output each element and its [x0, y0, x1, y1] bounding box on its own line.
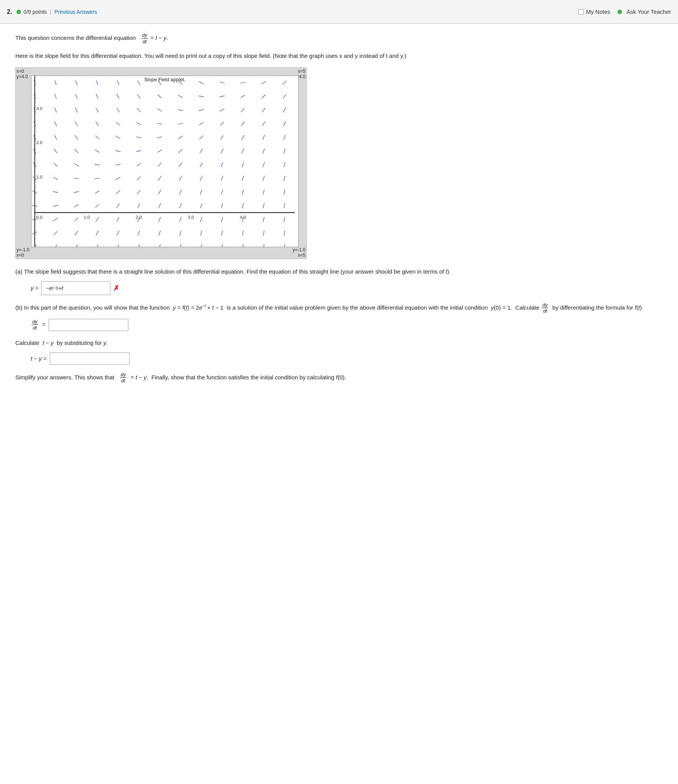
- svg-line-141: [242, 231, 243, 236]
- svg-line-38: [74, 218, 78, 221]
- svg-line-144: [242, 190, 244, 195]
- simplify-fraction: dy dt: [120, 372, 127, 384]
- ask-teacher-button[interactable]: Ask Your Teacher: [617, 8, 671, 15]
- svg-line-155: [263, 217, 264, 222]
- svg-line-110: [178, 123, 183, 125]
- points-display: 0/9 points: [23, 9, 47, 15]
- part-a-description: The slope field suggests that there is a…: [24, 268, 451, 275]
- ask-teacher-label: Ask Your Teacher: [627, 8, 671, 15]
- svg-line-171: [284, 176, 285, 181]
- svg-line-72: [117, 108, 120, 112]
- svg-line-30: [54, 149, 57, 153]
- svg-text:3.0: 3.0: [36, 106, 43, 111]
- svg-line-26: [53, 205, 58, 207]
- svg-line-169: [284, 203, 285, 208]
- part-a-text: (a) The slope field suggests that there …: [15, 267, 663, 277]
- t-minus-y-input-row: t − y =: [31, 353, 663, 365]
- svg-line-71: [116, 122, 120, 126]
- svg-line-154: [263, 231, 264, 236]
- svg-line-108: [179, 149, 182, 153]
- svg-line-139: [220, 82, 225, 84]
- corner-bottom-right: y=-1.0 x=5: [292, 246, 306, 259]
- svg-line-94: [158, 163, 162, 167]
- svg-line-166: [284, 244, 285, 247]
- svg-line-35: [55, 80, 56, 85]
- svg-line-104: [179, 203, 181, 208]
- svg-line-65: [117, 204, 120, 208]
- svg-line-120: [200, 162, 203, 167]
- y-equals-label: y =: [31, 285, 38, 291]
- previous-answers-link[interactable]: Previous Answers: [54, 9, 97, 15]
- svg-line-81: [136, 164, 141, 166]
- svg-line-25: [53, 218, 58, 221]
- svg-line-41: [74, 178, 79, 179]
- svg-line-69: [115, 151, 120, 152]
- t-minus-y-input[interactable]: [50, 353, 130, 365]
- svg-line-73: [117, 94, 120, 99]
- svg-line-170: [284, 190, 285, 195]
- svg-line-151: [241, 95, 245, 98]
- svg-line-50: [96, 231, 98, 236]
- svg-line-83: [136, 137, 141, 138]
- svg-line-89: [159, 231, 160, 236]
- notes-checkbox-icon[interactable]: [578, 9, 584, 15]
- svg-line-97: [157, 123, 162, 125]
- svg-line-164: [262, 95, 266, 98]
- svg-line-84: [136, 123, 141, 125]
- svg-line-43: [74, 149, 78, 153]
- part-a-answer-content: −e(−t) + t: [41, 281, 110, 295]
- svg-line-159: [263, 162, 264, 167]
- svg-line-92: [158, 190, 161, 195]
- svg-line-115: [200, 231, 202, 236]
- svg-line-61: [96, 80, 98, 85]
- simplify-text: Simplify your answers. This shows that d…: [15, 372, 663, 384]
- svg-line-91: [159, 203, 161, 208]
- svg-line-48: [76, 80, 77, 85]
- svg-line-152: [240, 82, 245, 84]
- svg-line-60: [96, 94, 98, 99]
- svg-line-137: [220, 109, 224, 112]
- svg-line-145: [242, 176, 243, 181]
- svg-line-147: [242, 149, 244, 153]
- svg-line-27: [53, 192, 58, 193]
- calculate-t-minus-y-label: Calculate t − y by substituting for y.: [15, 338, 663, 348]
- svg-line-34: [55, 94, 56, 99]
- svg-line-68: [115, 164, 120, 166]
- svg-line-93: [158, 176, 161, 180]
- svg-line-114: [200, 244, 202, 247]
- svg-line-131: [221, 190, 223, 195]
- corner-top-left: x=0 y=4.0: [16, 68, 29, 80]
- svg-line-56: [95, 150, 100, 153]
- status-dot: [16, 10, 21, 14]
- intro-text: This question concerns the differential …: [15, 34, 136, 41]
- svg-line-134: [221, 149, 223, 154]
- svg-line-85: [137, 108, 141, 112]
- svg-line-132: [221, 176, 223, 181]
- svg-line-52: [95, 204, 99, 208]
- svg-line-44: [75, 135, 78, 139]
- svg-line-46: [75, 108, 77, 112]
- dy-dt-fraction-b: dy dt: [542, 302, 548, 314]
- main-content: This question concerns the differential …: [0, 24, 678, 399]
- part-a-answer-row: y = −e(−t) + t ✗: [31, 281, 663, 295]
- svg-line-33: [55, 108, 57, 113]
- slope-field-graph: x=0 y=4.0 x=5 y=4.0 y=-1.0 x=0 y=-1.0 x=…: [15, 67, 307, 259]
- svg-line-96: [157, 137, 162, 138]
- dy-dt-input[interactable]: [49, 319, 128, 331]
- svg-line-161: [263, 135, 265, 140]
- svg-line-158: [263, 176, 264, 181]
- dy-dt-fraction: dy dt: [141, 32, 148, 44]
- part-b-description: In this part of the question, you will s…: [24, 304, 644, 311]
- svg-line-123: [199, 123, 204, 125]
- svg-line-82: [136, 151, 141, 152]
- svg-text:1.0: 1.0: [36, 174, 43, 179]
- svg-line-129: [222, 217, 223, 222]
- svg-line-172: [284, 162, 285, 167]
- svg-line-40: [74, 192, 79, 193]
- my-notes-button[interactable]: My Notes: [578, 8, 610, 15]
- svg-line-28: [53, 177, 58, 180]
- svg-line-178: [282, 81, 286, 85]
- svg-line-75: [138, 244, 140, 247]
- t-minus-y-label: t − y =: [31, 355, 47, 362]
- svg-line-111: [178, 110, 183, 111]
